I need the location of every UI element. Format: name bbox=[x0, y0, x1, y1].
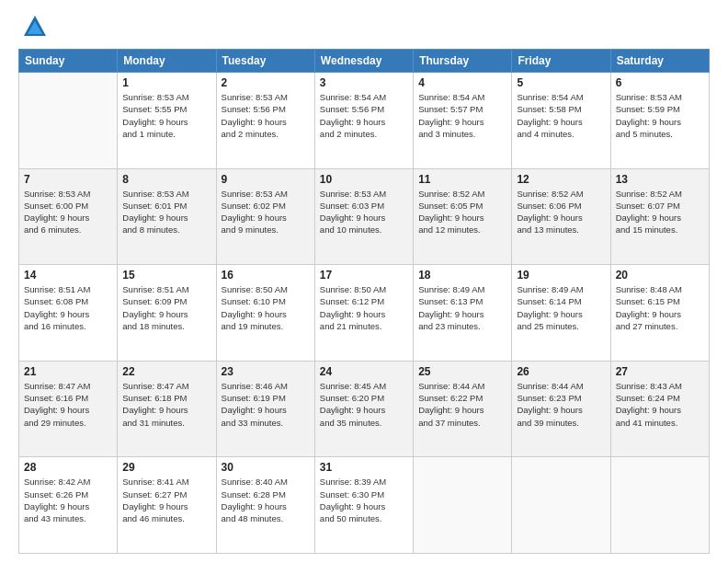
calendar-table: SundayMondayTuesdayWednesdayThursdayFrid… bbox=[18, 49, 710, 554]
header bbox=[18, 14, 710, 40]
calendar-cell: 28Sunrise: 8:42 AM Sunset: 6:26 PM Dayli… bbox=[19, 457, 118, 554]
day-info: Sunrise: 8:50 AM Sunset: 6:12 PM Dayligh… bbox=[320, 283, 408, 332]
day-info: Sunrise: 8:44 AM Sunset: 6:22 PM Dayligh… bbox=[418, 380, 506, 429]
day-info: Sunrise: 8:53 AM Sunset: 6:01 PM Dayligh… bbox=[122, 188, 210, 236]
day-number: 25 bbox=[418, 365, 506, 378]
day-info: Sunrise: 8:54 AM Sunset: 5:58 PM Dayligh… bbox=[517, 91, 605, 140]
day-number: 31 bbox=[320, 461, 408, 474]
calendar-cell: 17Sunrise: 8:50 AM Sunset: 6:12 PM Dayli… bbox=[314, 265, 413, 362]
day-number: 12 bbox=[517, 173, 605, 186]
calendar-cell: 20Sunrise: 8:48 AM Sunset: 6:15 PM Dayli… bbox=[610, 265, 709, 362]
day-info: Sunrise: 8:47 AM Sunset: 6:16 PM Dayligh… bbox=[24, 380, 112, 429]
calendar-cell: 22Sunrise: 8:47 AM Sunset: 6:18 PM Dayli… bbox=[118, 361, 216, 457]
day-info: Sunrise: 8:40 AM Sunset: 6:28 PM Dayligh… bbox=[222, 476, 310, 524]
day-info: Sunrise: 8:53 AM Sunset: 5:59 PM Dayligh… bbox=[616, 91, 704, 140]
calendar-cell: 23Sunrise: 8:46 AM Sunset: 6:19 PM Dayli… bbox=[216, 361, 314, 457]
calendar-cell: 14Sunrise: 8:51 AM Sunset: 6:08 PM Dayli… bbox=[19, 265, 118, 362]
calendar-cell: 29Sunrise: 8:41 AM Sunset: 6:27 PM Dayli… bbox=[118, 457, 216, 554]
calendar-cell: 3Sunrise: 8:54 AM Sunset: 5:56 PM Daylig… bbox=[314, 73, 413, 169]
day-info: Sunrise: 8:52 AM Sunset: 6:05 PM Dayligh… bbox=[418, 188, 506, 236]
day-number: 2 bbox=[222, 76, 310, 89]
calendar-cell: 16Sunrise: 8:50 AM Sunset: 6:10 PM Dayli… bbox=[216, 265, 314, 362]
calendar-cell: 7Sunrise: 8:53 AM Sunset: 6:00 PM Daylig… bbox=[19, 168, 118, 265]
calendar-cell: 2Sunrise: 8:53 AM Sunset: 5:56 PM Daylig… bbox=[216, 73, 314, 169]
calendar-cell: 10Sunrise: 8:53 AM Sunset: 6:03 PM Dayli… bbox=[314, 168, 413, 265]
day-info: Sunrise: 8:42 AM Sunset: 6:26 PM Dayligh… bbox=[24, 476, 112, 524]
day-info: Sunrise: 8:53 AM Sunset: 5:56 PM Dayligh… bbox=[222, 91, 310, 140]
day-number: 18 bbox=[418, 269, 506, 282]
day-info: Sunrise: 8:46 AM Sunset: 6:19 PM Dayligh… bbox=[222, 380, 310, 429]
weekday-header: Sunday bbox=[19, 50, 118, 73]
day-info: Sunrise: 8:53 AM Sunset: 6:02 PM Dayligh… bbox=[222, 188, 310, 236]
day-number: 15 bbox=[122, 269, 210, 282]
day-number: 20 bbox=[616, 269, 704, 282]
day-number: 3 bbox=[320, 76, 408, 89]
day-number: 19 bbox=[517, 269, 605, 282]
day-info: Sunrise: 8:50 AM Sunset: 6:10 PM Dayligh… bbox=[222, 283, 310, 332]
calendar-cell: 24Sunrise: 8:45 AM Sunset: 6:20 PM Dayli… bbox=[314, 361, 413, 457]
day-info: Sunrise: 8:49 AM Sunset: 6:13 PM Dayligh… bbox=[418, 283, 506, 332]
day-number: 13 bbox=[616, 173, 704, 186]
day-info: Sunrise: 8:54 AM Sunset: 5:56 PM Dayligh… bbox=[320, 91, 408, 140]
day-info: Sunrise: 8:51 AM Sunset: 6:09 PM Dayligh… bbox=[122, 283, 210, 332]
day-info: Sunrise: 8:53 AM Sunset: 6:00 PM Dayligh… bbox=[24, 188, 112, 236]
logo-icon bbox=[22, 14, 48, 40]
calendar-cell: 11Sunrise: 8:52 AM Sunset: 6:05 PM Dayli… bbox=[414, 168, 512, 265]
calendar-cell: 9Sunrise: 8:53 AM Sunset: 6:02 PM Daylig… bbox=[216, 168, 314, 265]
day-info: Sunrise: 8:54 AM Sunset: 5:57 PM Dayligh… bbox=[418, 91, 506, 140]
calendar-cell: 4Sunrise: 8:54 AM Sunset: 5:57 PM Daylig… bbox=[414, 73, 512, 169]
day-number: 23 bbox=[222, 365, 310, 378]
day-number: 16 bbox=[222, 269, 310, 282]
weekday-header: Monday bbox=[118, 50, 216, 73]
calendar-cell: 1Sunrise: 8:53 AM Sunset: 5:55 PM Daylig… bbox=[118, 73, 216, 169]
day-number: 17 bbox=[320, 269, 408, 282]
day-number: 1 bbox=[122, 76, 210, 89]
day-info: Sunrise: 8:43 AM Sunset: 6:24 PM Dayligh… bbox=[616, 380, 704, 429]
calendar-cell: 18Sunrise: 8:49 AM Sunset: 6:13 PM Dayli… bbox=[414, 265, 512, 362]
day-info: Sunrise: 8:52 AM Sunset: 6:06 PM Dayligh… bbox=[517, 188, 605, 236]
calendar-cell: 5Sunrise: 8:54 AM Sunset: 5:58 PM Daylig… bbox=[512, 73, 610, 169]
day-number: 27 bbox=[616, 365, 704, 378]
calendar-cell bbox=[610, 457, 709, 554]
day-info: Sunrise: 8:49 AM Sunset: 6:14 PM Dayligh… bbox=[517, 283, 605, 332]
calendar-cell bbox=[512, 457, 610, 554]
day-number: 7 bbox=[24, 173, 112, 186]
day-info: Sunrise: 8:53 AM Sunset: 5:55 PM Dayligh… bbox=[122, 91, 210, 140]
day-number: 22 bbox=[122, 365, 210, 378]
day-number: 9 bbox=[222, 173, 310, 186]
day-number: 26 bbox=[517, 365, 605, 378]
calendar-cell: 31Sunrise: 8:39 AM Sunset: 6:30 PM Dayli… bbox=[314, 457, 413, 554]
day-info: Sunrise: 8:52 AM Sunset: 6:07 PM Dayligh… bbox=[616, 188, 704, 236]
day-info: Sunrise: 8:51 AM Sunset: 6:08 PM Dayligh… bbox=[24, 283, 112, 332]
day-number: 4 bbox=[418, 76, 506, 89]
day-number: 10 bbox=[320, 173, 408, 186]
day-number: 5 bbox=[517, 76, 605, 89]
calendar-cell: 26Sunrise: 8:44 AM Sunset: 6:23 PM Dayli… bbox=[512, 361, 610, 457]
day-info: Sunrise: 8:41 AM Sunset: 6:27 PM Dayligh… bbox=[122, 476, 210, 524]
calendar-cell: 27Sunrise: 8:43 AM Sunset: 6:24 PM Dayli… bbox=[610, 361, 709, 457]
calendar-cell: 25Sunrise: 8:44 AM Sunset: 6:22 PM Dayli… bbox=[414, 361, 512, 457]
calendar-cell: 19Sunrise: 8:49 AM Sunset: 6:14 PM Dayli… bbox=[512, 265, 610, 362]
weekday-header: Friday bbox=[512, 50, 610, 73]
day-info: Sunrise: 8:44 AM Sunset: 6:23 PM Dayligh… bbox=[517, 380, 605, 429]
day-number: 30 bbox=[222, 461, 310, 474]
weekday-header: Saturday bbox=[610, 50, 709, 73]
calendar-cell: 21Sunrise: 8:47 AM Sunset: 6:16 PM Dayli… bbox=[19, 361, 118, 457]
day-number: 14 bbox=[24, 269, 112, 282]
day-number: 11 bbox=[418, 173, 506, 186]
day-info: Sunrise: 8:39 AM Sunset: 6:30 PM Dayligh… bbox=[320, 476, 408, 524]
weekday-header: Thursday bbox=[414, 50, 512, 73]
day-number: 8 bbox=[122, 173, 210, 186]
calendar-cell: 13Sunrise: 8:52 AM Sunset: 6:07 PM Dayli… bbox=[610, 168, 709, 265]
weekday-header: Wednesday bbox=[314, 50, 413, 73]
calendar-cell: 15Sunrise: 8:51 AM Sunset: 6:09 PM Dayli… bbox=[118, 265, 216, 362]
calendar-cell bbox=[19, 73, 118, 169]
logo bbox=[18, 14, 48, 40]
calendar-cell: 12Sunrise: 8:52 AM Sunset: 6:06 PM Dayli… bbox=[512, 168, 610, 265]
day-number: 28 bbox=[24, 461, 112, 474]
calendar-cell: 8Sunrise: 8:53 AM Sunset: 6:01 PM Daylig… bbox=[118, 168, 216, 265]
calendar-cell bbox=[414, 457, 512, 554]
calendar-cell: 30Sunrise: 8:40 AM Sunset: 6:28 PM Dayli… bbox=[216, 457, 314, 554]
page: SundayMondayTuesdayWednesdayThursdayFrid… bbox=[0, 0, 728, 563]
day-info: Sunrise: 8:45 AM Sunset: 6:20 PM Dayligh… bbox=[320, 380, 408, 429]
